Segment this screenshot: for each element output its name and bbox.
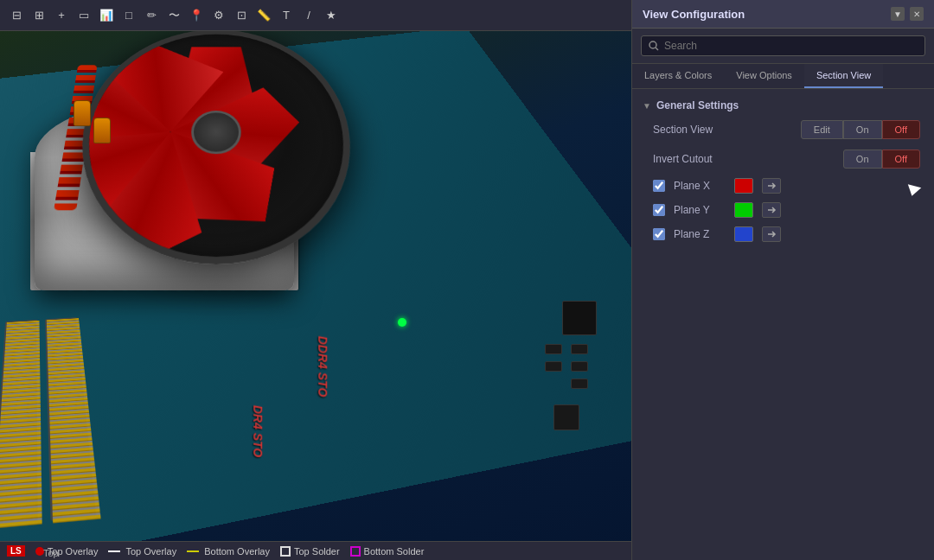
view-configuration-panel: View Configuration ▼ ✕ Layers & Colors V…	[631, 0, 934, 560]
fan-disk	[64, 31, 369, 264]
pcb-label-2: DR4 STO	[251, 405, 265, 457]
panel-pin-button[interactable]: ▼	[891, 7, 905, 21]
top-overlay-line	[108, 550, 120, 552]
plane-x-label: Plane X	[674, 180, 726, 192]
section-view-label: Section View	[653, 124, 739, 136]
chart-icon[interactable]: 📊	[97, 6, 116, 25]
tab-layers-colors[interactable]: Layers & Colors	[632, 64, 724, 88]
bottom-overlay-line	[187, 550, 199, 552]
plane-z-color-btn[interactable]	[734, 226, 753, 242]
add-icon[interactable]: +	[52, 6, 71, 25]
invert-cutout-row: Invert Cutout On Off	[632, 144, 934, 174]
text-icon[interactable]: T	[277, 6, 296, 25]
panel-close-button[interactable]: ✕	[910, 7, 924, 21]
section-view-off-btn[interactable]: Off	[882, 120, 920, 139]
cpu-fan	[21, 41, 413, 347]
svg-line-1	[656, 48, 658, 50]
search-icon	[649, 41, 659, 51]
plane-z-checkbox[interactable]	[653, 228, 665, 240]
plane-y-label: Plane Y	[674, 204, 726, 216]
pin-icon[interactable]: 📍	[187, 6, 206, 25]
plane-x-row: Plane X	[632, 174, 934, 198]
panel-controls: ▼ ✕	[891, 7, 924, 21]
bottom-solder-square	[350, 546, 361, 557]
invert-cutout-btn-group: On Off	[843, 150, 920, 169]
panel-content: ▼ General Settings Section View Edit On …	[632, 89, 934, 560]
edit-icon[interactable]: ✏	[142, 6, 161, 25]
plane-y-flip-btn[interactable]	[762, 202, 781, 218]
toolbar: ⊟ ⊞ + ▭ 📊 □ ✏ 〜 📍 ⚙ ⊡ 📏 T / ★	[0, 0, 631, 31]
bottom-overlay-label: Bottom Overlay	[204, 546, 270, 557]
section-view-row: Section View Edit On Off	[632, 115, 934, 144]
ruler-icon[interactable]: 📏	[254, 6, 273, 25]
top-overlay-label: Top Overlay	[125, 546, 176, 557]
pcb-viewport[interactable]: ⊟ ⊞ + ▭ 📊 □ ✏ 〜 📍 ⚙ ⊡ 📏 T / ★	[0, 0, 631, 560]
filter-icon[interactable]: ⊟	[7, 6, 26, 25]
panel-header: View Configuration ▼ ✕	[632, 0, 934, 29]
section-arrow: ▼	[643, 101, 651, 111]
tab-view-options[interactable]: View Options	[724, 64, 804, 88]
plane-x-checkbox[interactable]	[653, 180, 665, 192]
layers-icon[interactable]: ⊞	[29, 6, 48, 25]
statusbar: LS Top Overlay Top Overlay Bottom Overla…	[0, 541, 631, 560]
section-view-on-btn[interactable]: On	[843, 120, 882, 139]
search-input[interactable]	[664, 40, 918, 52]
crop-icon[interactable]: ⊡	[232, 6, 251, 25]
top-solder-item: Top Solder	[280, 546, 340, 557]
plane-x-color-btn[interactable]	[734, 178, 753, 194]
star-icon[interactable]: ★	[322, 6, 341, 25]
top-solder-square	[280, 546, 291, 557]
pcb-scene: DDR4 STO DR4 STO	[0, 31, 631, 560]
cpu-icon[interactable]: ⚙	[209, 6, 228, 25]
tabs: Layers & Colors View Options Section Vie…	[632, 64, 934, 89]
invert-cutout-off-btn[interactable]: Off	[882, 150, 920, 169]
plane-y-checkbox[interactable]	[653, 204, 665, 216]
general-settings-header[interactable]: ▼ General Settings	[632, 96, 934, 115]
top-overlay-item: Top Overlay	[108, 546, 176, 557]
bottom-solder-label: Bottom Solder	[364, 546, 425, 557]
smd-components	[424, 301, 597, 474]
slash-icon[interactable]: /	[299, 6, 318, 25]
ls-label: LS	[7, 545, 25, 557]
bottom-solder-item: Bottom Solder	[350, 546, 425, 557]
plane-z-flip-btn[interactable]	[762, 226, 781, 242]
capacitor-2	[93, 118, 111, 143]
top-solder-label: Top Solder	[294, 546, 340, 557]
search-bar	[632, 29, 934, 64]
plane-y-color-btn[interactable]	[734, 202, 753, 218]
square-icon[interactable]: □	[119, 6, 138, 25]
pcb-indicator	[398, 318, 406, 327]
section-view-edit-btn[interactable]: Edit	[801, 120, 843, 139]
section-view-btn-group: Edit On Off	[801, 120, 920, 139]
plane-z-label: Plane Z	[674, 228, 726, 240]
plane-z-row: Plane Z	[632, 222, 934, 246]
svg-point-0	[649, 41, 656, 48]
pcb-label-1: DDR4 STO	[316, 336, 329, 398]
invert-cutout-on-btn[interactable]: On	[843, 150, 882, 169]
plane-x-flip-btn[interactable]	[762, 178, 781, 194]
layer-indicator: LS	[7, 545, 25, 557]
wave-icon[interactable]: 〜	[164, 6, 183, 25]
panel-title: View Configuration	[643, 8, 745, 21]
capacitor-1	[74, 100, 91, 126]
search-input-container	[641, 35, 925, 56]
plane-y-row: Plane Y	[632, 198, 934, 222]
position-label: Top	[43, 548, 59, 558]
invert-cutout-label: Invert Cutout	[653, 153, 739, 165]
bottom-overlay-item: Bottom Overlay	[187, 546, 270, 557]
general-settings-title: General Settings	[656, 99, 739, 111]
rectangle-icon[interactable]: ▭	[74, 6, 93, 25]
tab-section-view[interactable]: Section View	[804, 64, 883, 88]
